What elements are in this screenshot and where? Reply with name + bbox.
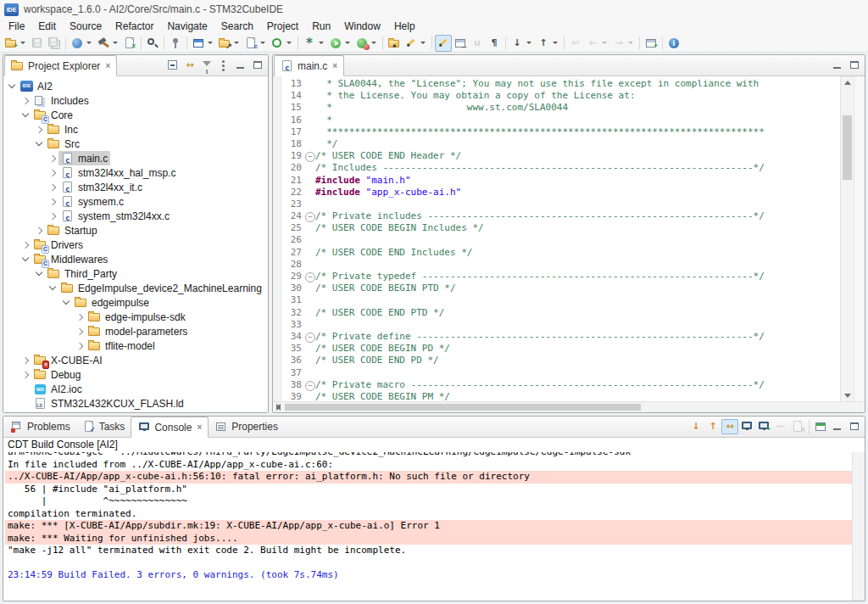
scroll-to-top-button[interactable]: ↑ — [704, 419, 721, 434]
pin-console-button[interactable]: ↔ — [721, 419, 738, 434]
dropdown-arrow-icon[interactable] — [371, 42, 376, 44]
fold-marker-icon[interactable] — [303, 210, 315, 222]
profile-button[interactable] — [353, 35, 380, 52]
device-configuration-button[interactable] — [69, 35, 95, 52]
maximize-button[interactable] — [846, 58, 863, 73]
expander-icon[interactable] — [19, 109, 31, 121]
tree-item[interactable]: Includes — [3, 93, 268, 108]
new-window-button[interactable] — [190, 35, 216, 52]
tree-item-content[interactable]: Third_Party — [45, 266, 120, 281]
scroll-up-arrow-icon[interactable] — [841, 76, 854, 88]
tab-properties[interactable]: Properties — [209, 417, 284, 437]
close-tab-icon[interactable]: × — [105, 62, 110, 70]
tree-item-content[interactable]: model-parameters — [86, 324, 190, 338]
tree-item[interactable]: edge-impulse-sdk — [3, 310, 268, 324]
show-whitespace-button[interactable]: ¶ — [486, 35, 503, 52]
expander-icon[interactable] — [47, 196, 58, 208]
fold-marker-icon[interactable] — [303, 150, 315, 162]
tab-project-explorer[interactable]: Project Explorer × — [4, 55, 117, 76]
menu-run[interactable]: Run — [305, 20, 337, 33]
expander-icon[interactable] — [47, 282, 58, 294]
open-project-button[interactable]: ↗ — [216, 35, 242, 52]
forward-button[interactable]: → — [610, 35, 637, 52]
display-selected-console-button[interactable] — [738, 419, 755, 434]
tree-item-content[interactable]: edgeimpulse — [72, 295, 152, 310]
menu-navigate[interactable]: Navigate — [160, 20, 214, 33]
tree-item-content[interactable]: Startup — [45, 223, 100, 238]
fold-marker-icon[interactable] — [303, 331, 315, 343]
expander-icon[interactable] — [33, 124, 45, 136]
expander-icon[interactable] — [33, 138, 45, 150]
expander-icon[interactable] — [33, 225, 45, 237]
debug-button[interactable]: * — [301, 35, 327, 52]
maximize-button[interactable] — [846, 419, 863, 434]
coverage-button[interactable] — [269, 35, 295, 52]
new-file-button[interactable]: c — [242, 35, 269, 52]
build-button[interactable] — [95, 35, 121, 52]
tree-item-content[interactable]: LDSTM32L432KCUX_FLASH.ld — [31, 396, 186, 411]
tree-item-content[interactable]: Includes — [31, 93, 92, 108]
expander-icon[interactable] — [47, 167, 58, 179]
expander-icon[interactable] — [60, 297, 72, 309]
tab-problems[interactable]: Problems — [4, 417, 76, 437]
save-button[interactable] — [29, 35, 46, 52]
dropdown-arrow-icon[interactable] — [553, 42, 558, 44]
tab-console[interactable]: Console× — [131, 417, 209, 438]
tree-item[interactable]: LDSTM32L432KCUX_FLASH.ld — [3, 396, 268, 411]
menu-edit[interactable]: Edit — [31, 20, 63, 33]
tree-item-content[interactable]: cstm32l4xx_it.c — [58, 180, 145, 194]
close-tab-icon[interactable]: × — [197, 423, 202, 432]
tree-item-content[interactable]: csystem_stm32l4xx.c — [58, 209, 172, 223]
minimize-button[interactable] — [232, 58, 249, 73]
tree-item[interactable]: EdgeImpulse_device2_MachineLearning — [3, 281, 268, 295]
tree-item[interactable]: tflite-model — [3, 338, 268, 353]
editor-horizontal-scrollbar[interactable] — [273, 401, 865, 412]
tree-item-content[interactable]: edge-impulse-sdk — [86, 310, 188, 324]
open-new-view-button[interactable] — [812, 419, 829, 434]
dropdown-arrow-icon[interactable] — [602, 42, 607, 44]
scroll-to-bottom-button[interactable]: ↓ — [687, 419, 704, 434]
maximize-button[interactable] — [249, 58, 266, 73]
tree-item-content[interactable]: EdgeImpulse_device2_MachineLearning — [58, 281, 264, 295]
dropdown-arrow-icon[interactable] — [345, 42, 350, 44]
minimize-button[interactable] — [829, 58, 846, 73]
tree-item[interactable]: cmain.c — [3, 151, 268, 165]
fold-marker-icon[interactable] — [303, 271, 315, 282]
tree-item[interactable]: cstm32l4xx_hal_msp.c — [3, 165, 268, 180]
editor-vertical-scrollbar[interactable] — [840, 76, 854, 401]
tree-item-content[interactable]: MXAI2.ioc — [31, 382, 85, 396]
filter-button[interactable] — [198, 58, 215, 73]
tree-item[interactable]: Third_Party — [3, 266, 268, 281]
dropdown-arrow-icon[interactable] — [234, 42, 239, 44]
target-button[interactable] — [167, 35, 184, 52]
tree-item[interactable]: csysmem.c — [3, 194, 268, 209]
back-button[interactable]: ← — [584, 35, 610, 52]
minimize-button[interactable] — [829, 419, 846, 434]
tree-item-content[interactable]: Debug — [31, 367, 83, 382]
tree-item[interactable]: cstm32l4xx_it.c — [3, 180, 268, 194]
highlight-toggle-button[interactable] — [435, 35, 452, 52]
tree-item[interactable]: MXAI2.ioc — [3, 382, 268, 396]
search-button[interactable] — [144, 35, 161, 52]
tree-item[interactable]: IDEAI2 — [3, 79, 268, 93]
expander-icon[interactable] — [74, 326, 86, 338]
save-all-button[interactable] — [46, 35, 63, 52]
open-element-button[interactable] — [386, 35, 403, 52]
tree-item-content[interactable]: Src — [45, 137, 82, 151]
tree-item[interactable]: Startup — [3, 223, 268, 238]
previous-annotation-button[interactable]: ↑ — [535, 35, 561, 52]
menu-search[interactable]: Search — [214, 20, 260, 33]
tree-item[interactable]: CDrivers — [3, 238, 268, 252]
tree-item[interactable]: Src — [3, 137, 268, 151]
tree-item[interactable]: Inc — [3, 122, 268, 137]
info-button[interactable]: i — [665, 35, 682, 52]
dropdown-arrow-icon[interactable] — [526, 42, 531, 44]
tree-item-content[interactable]: CDrivers — [31, 238, 86, 252]
tab-tasks[interactable]: ✓Tasks — [76, 417, 131, 437]
build-all-button[interactable]: x — [121, 35, 138, 52]
dropdown-arrow-icon[interactable] — [628, 42, 633, 44]
dropdown-arrow-icon[interactable] — [287, 42, 292, 44]
expander-icon[interactable] — [19, 355, 31, 366]
close-tab-icon[interactable]: × — [332, 62, 337, 70]
tree-item-content[interactable]: IDEAI2 — [18, 79, 55, 93]
